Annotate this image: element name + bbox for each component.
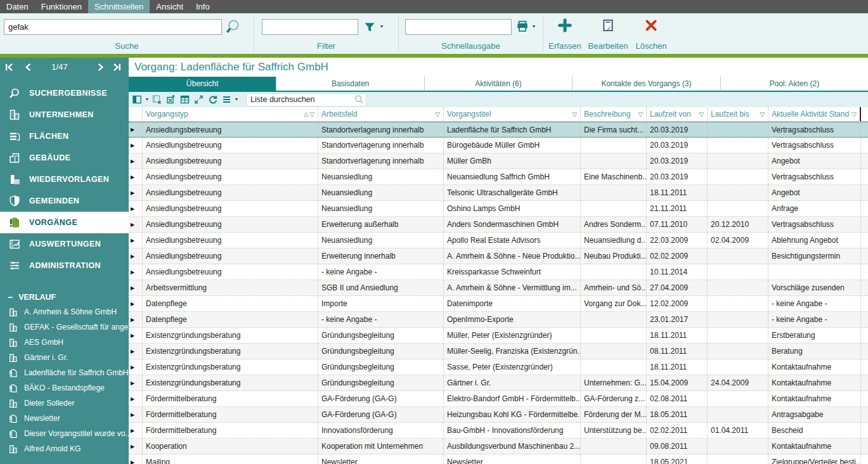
table-row[interactable]: ▶MailingNewsletterNewsletter18.05.2021Zi…: [129, 454, 868, 464]
table-row[interactable]: ▶AnsiedlungsbetreuungStandortverlagerung…: [129, 153, 868, 169]
filter-funnel-icon[interactable]: ▽: [309, 111, 314, 118]
cell-laufzeit-bis: 02.04.2009: [708, 233, 768, 248]
bearbeiten-button[interactable]: Bearbeiten: [586, 13, 630, 54]
menu-item-info[interactable]: Info: [190, 0, 216, 13]
list-search-input[interactable]: [247, 95, 353, 104]
previous-record-button[interactable]: [23, 62, 34, 72]
print-dropdown-icon[interactable]: ▾: [533, 24, 535, 29]
verlauf-item-dieser-vorgangstitel-wurde-vo[interactable]: Dieser Vorgangstitel wurde vo...: [0, 426, 129, 441]
table-row[interactable]: ▶AnsiedlungsbetreuungStandortverlagerung…: [129, 138, 868, 153]
filter-funnel-icon[interactable]: ▽: [572, 111, 577, 118]
column-header-aktuelle-aktivität-stand[interactable]: Aktuelle Aktivität Stand▽: [768, 107, 861, 121]
table-row[interactable]: ▶ArbeitsvermittlungSGB II und Ansiedlung…: [129, 280, 868, 296]
search-icon: [8, 87, 21, 100]
tab-basisdaten[interactable]: Basisdaten: [276, 77, 424, 91]
menu-lines-icon[interactable]: [221, 94, 232, 105]
sidebar-item-administration[interactable]: ADMINISTRATION: [0, 255, 129, 276]
column-header-vorgangstyp[interactable]: Vorgangstyp△▽: [143, 107, 318, 121]
verlauf-item-alfred-arnold-kg[interactable]: Alfred Arnold KG: [0, 441, 129, 456]
filter-dropdown-icon[interactable]: ▾: [380, 24, 383, 29]
filter-funnel-icon[interactable]: ▽: [760, 111, 765, 118]
filter-funnel-icon[interactable]: ▽: [638, 111, 643, 118]
last-record-button[interactable]: [112, 62, 122, 72]
cell-arbeitsfeld: Kooperation mit Unternehmen: [318, 439, 444, 454]
table-row[interactable]: ▶AnsiedlungsbetreuungNeuansiedlungOshino…: [129, 201, 868, 217]
column-header-laufzeit-bis[interactable]: Laufzeit bis▽: [708, 107, 768, 121]
table-row[interactable]: ▶AnsiedlungsbetreuungErweiterung innerha…: [129, 248, 868, 264]
sidebar-item-gemeinden[interactable]: GEMEINDEN: [0, 190, 129, 212]
tab-übersicht[interactable]: Übersicht: [129, 77, 276, 91]
tab-aktivitäten-6[interactable]: Aktivitäten (6): [425, 77, 573, 91]
filter-funnel-icon[interactable]: [363, 21, 376, 34]
column-header-beschreibung[interactable]: Beschreibung▽: [581, 107, 647, 121]
table-row[interactable]: ▶ExistenzgründungsberatungGründungsbegle…: [129, 328, 868, 344]
menu-item-funktionen[interactable]: Funktionen: [35, 0, 88, 13]
quick-output-input[interactable]: [405, 19, 512, 35]
tab-pool-akten-2[interactable]: Pool: Akten (2): [721, 77, 868, 91]
cell-aktuelle-aktivität-stand: Bescheid: [768, 423, 861, 438]
verlauf-item-dieter-solleder[interactable]: Dieter Solleder: [0, 396, 129, 411]
sidebar-item-suchergebnisse[interactable]: SUCHERGEBNISSE: [0, 82, 129, 104]
erfassen-button[interactable]: Erfassen: [543, 13, 586, 54]
menu-item-ansicht[interactable]: Ansicht: [150, 0, 190, 13]
refresh-icon[interactable]: [207, 94, 218, 105]
cell-laufzeit-von: 02.02.2009: [647, 248, 708, 264]
filter-input[interactable]: [262, 19, 358, 35]
menu-item-schnittstellen[interactable]: Schnittstellen: [88, 0, 150, 13]
table-row[interactable]: ▶AnsiedlungsbetreuungNeuansiedlungApollo…: [129, 233, 868, 248]
tab-kontakte-des-vorgangs-3[interactable]: Kontakte des Vorgangs (3): [573, 77, 720, 91]
sort-asc-icon: △: [304, 111, 308, 117]
table-row[interactable]: ▶AnsiedlungsbetreuungNeuansiedlungTelson…: [129, 185, 868, 201]
filter-funnel-icon[interactable]: ▽: [852, 111, 857, 118]
sidebar-item-vorgänge[interactable]: VORGÄNGE: [0, 212, 129, 233]
excel-export-icon[interactable]: [165, 94, 176, 105]
column-header-arbeitsfeld[interactable]: Arbeitsfeld▽: [318, 107, 444, 121]
table-row[interactable]: ▶FördermittelberatungGA-Förderung (GA-G)…: [129, 391, 868, 407]
first-record-button[interactable]: [4, 62, 15, 72]
verlauf-item-aes-gmbh[interactable]: AES GmbH: [0, 335, 129, 350]
sidebar-item-gebäude[interactable]: GEBÄUDE: [0, 147, 129, 169]
column-header-laufzeit-von[interactable]: Laufzeit von▽: [647, 107, 708, 121]
verlauf-section-header[interactable]: − VERLAUF: [0, 290, 129, 304]
table-row[interactable]: ▶ExistenzgründungsberatungGründungsbegle…: [129, 359, 868, 375]
column-chooser-icon[interactable]: [132, 94, 143, 105]
verlauf-item-newsletter[interactable]: Newsletter: [0, 411, 129, 426]
filter-group-label: Filter: [254, 41, 398, 51]
filter-funnel-icon[interactable]: ▽: [699, 111, 704, 118]
verlauf-item-gärtner-i-gr[interactable]: Gärtner i. Gr.: [0, 350, 129, 365]
expand-icon[interactable]: [193, 94, 204, 105]
search-input[interactable]: [4, 19, 222, 35]
printer-icon[interactable]: [515, 20, 529, 34]
menu-item-daten[interactable]: Daten: [0, 0, 35, 13]
table-row[interactable]: ▶Ansiedlungsbetreuung- keine Angabe -Kre…: [129, 264, 868, 280]
shield-icon: [8, 195, 21, 207]
column-header-vorgangstitel[interactable]: Vorgangstitel▽: [444, 107, 581, 121]
remove-column-icon[interactable]: [152, 94, 162, 105]
table-row[interactable]: ▶AnsiedlungsbetreuungStandortverlagerung…: [129, 122, 868, 138]
sidebar-item-unternehmen[interactable]: UNTERNEHMEN: [0, 104, 129, 126]
menu-dropdown-icon[interactable]: ▾: [235, 97, 238, 102]
table-row[interactable]: ▶ExistenzgründungsberatungGründungsbegle…: [129, 344, 868, 359]
table-row[interactable]: ▶KooperationKooperation mit UnternehmenA…: [129, 439, 868, 454]
sidebar-item-auswertungen[interactable]: AUSWERTUNGEN: [0, 233, 129, 255]
table-row[interactable]: ▶FördermittelberatungInnovationsförderun…: [129, 423, 868, 439]
layout-icon[interactable]: [179, 94, 190, 105]
table-row[interactable]: ▶DatenpflegeImporteDatenimporteVorgang z…: [129, 296, 868, 312]
table-row[interactable]: ▶AnsiedlungsbetreuungNeuansiedlungNeuans…: [129, 169, 868, 185]
next-record-button[interactable]: [95, 62, 106, 72]
table-row[interactable]: ▶Datenpflege- keine Angabe -OpenImmo-Exp…: [129, 312, 868, 328]
column-chooser-dropdown-icon[interactable]: ▾: [146, 97, 148, 102]
verlauf-item-a-amrhein-söhne-gmbh[interactable]: A. Amrhein & Söhne GmbH: [0, 304, 129, 319]
table-row[interactable]: ▶FördermittelberatungGA-Förderung (GA-G)…: [129, 407, 868, 423]
loeschen-button[interactable]: Löschen: [630, 13, 673, 54]
cell-aktuelle-aktivität-stand: Zielgruppe/Verteiler besti...: [768, 454, 861, 464]
table-row[interactable]: ▶AnsiedlungsbetreuungErweiterung außerha…: [129, 217, 868, 233]
table-row[interactable]: ▶ExistenzgründungsberatungGründungsbegle…: [129, 375, 868, 391]
search-icon[interactable]: [224, 19, 240, 34]
filter-funnel-icon[interactable]: ▽: [435, 111, 440, 118]
verlauf-item-bäko-bestandspflege[interactable]: BÄKO - Bestandspflege: [0, 380, 129, 396]
sidebar-item-wiedervorlagen[interactable]: WIEDERVORLAGEN: [0, 169, 129, 190]
verlauf-item-ladenfläche-für-saffrich-gmbh[interactable]: Ladenfläche für Saffrich GmbH: [0, 365, 129, 380]
sidebar-item-flächen[interactable]: FLÄCHEN: [0, 126, 129, 147]
verlauf-item-gefak-gesellschaft-für-ange[interactable]: GEFAK - Gesellschaft für ange...: [0, 319, 129, 335]
